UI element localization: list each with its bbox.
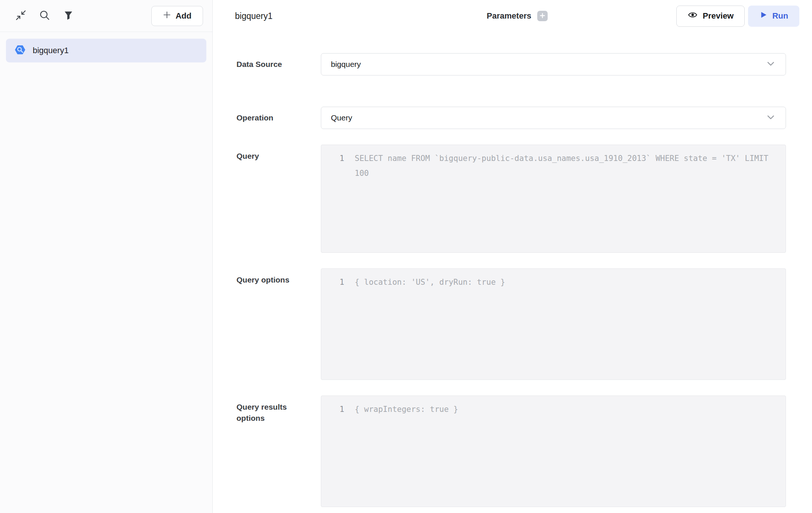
query-options-label: Query options <box>236 268 303 380</box>
parameters-label: Parameters <box>487 11 531 21</box>
data-source-row: Data Source bigquery <box>236 53 786 75</box>
query-code-editor[interactable]: 1 SELECT name FROM `bigquery-public-data… <box>321 145 786 253</box>
play-icon <box>759 11 767 21</box>
query-options-row: Query options 1 { location: 'US', dryRun… <box>236 268 786 380</box>
query-sidebar: Add bigquery1 <box>0 0 213 513</box>
code-line: 1 { location: 'US', dryRun: true } <box>330 275 777 290</box>
query-label: Query <box>236 145 303 253</box>
filter-icon <box>63 10 74 22</box>
sidebar-toolbar: Add <box>0 0 212 32</box>
chevron-down-icon <box>766 112 776 124</box>
data-source-select[interactable]: bigquery <box>321 53 786 75</box>
code-line: 1 { wrapIntegers: true } <box>330 402 777 417</box>
collapse-icon <box>15 10 26 22</box>
search-icon <box>39 10 50 22</box>
plus-icon <box>163 11 171 21</box>
query-row: Query 1 SELECT name FROM `bigquery-publi… <box>236 145 786 253</box>
page-title: bigquery1 <box>235 11 273 21</box>
collapse-sidebar-button[interactable] <box>13 8 29 24</box>
line-number: 1 <box>330 402 344 417</box>
operation-label: Operation <box>236 112 303 123</box>
app-window: Add bigquery1 bigquery1 P <box>0 0 812 513</box>
filter-button[interactable] <box>60 8 77 24</box>
query-results-options-row: Query results options 1 { wrapIntegers: … <box>236 396 786 507</box>
plus-icon <box>539 13 545 20</box>
query-form: Data Source bigquery Operation Query <box>213 32 812 513</box>
line-number: 1 <box>330 151 344 166</box>
add-button-label: Add <box>175 11 191 21</box>
query-list: bigquery1 <box>0 32 212 69</box>
eye-icon <box>687 10 698 22</box>
code-line: 1 SELECT name FROM `bigquery-public-data… <box>330 151 777 181</box>
query-results-options-editor[interactable]: 1 { wrapIntegers: true } <box>321 396 786 507</box>
data-source-value: bigquery <box>331 60 766 69</box>
preview-button[interactable]: Preview <box>676 6 745 27</box>
add-query-button[interactable]: Add <box>151 6 203 26</box>
query-editor-panel: bigquery1 Parameters <box>213 0 812 513</box>
line-number: 1 <box>330 275 344 290</box>
run-button[interactable]: Run <box>748 6 799 27</box>
query-item-label: bigquery1 <box>33 46 69 55</box>
query-placeholder: SELECT name FROM `bigquery-public-data.u… <box>355 151 777 181</box>
query-options-placeholder: { location: 'US', dryRun: true } <box>355 275 505 290</box>
search-button[interactable] <box>36 8 53 24</box>
chevron-down-icon <box>766 58 776 70</box>
bigquery-icon <box>14 44 26 57</box>
query-results-options-placeholder: { wrapIntegers: true } <box>355 402 458 417</box>
add-parameter-button[interactable] <box>537 11 548 21</box>
operation-select[interactable]: Query <box>321 107 786 129</box>
query-options-editor[interactable]: 1 { location: 'US', dryRun: true } <box>321 268 786 380</box>
operation-value: Query <box>331 113 766 122</box>
query-editor-header: bigquery1 Parameters <box>213 0 812 32</box>
query-list-item-bigquery1[interactable]: bigquery1 <box>6 39 206 62</box>
run-button-label: Run <box>772 11 788 21</box>
operation-row: Operation Query <box>236 107 786 129</box>
data-source-label: Data Source <box>236 59 303 70</box>
query-results-options-label: Query results options <box>236 396 303 507</box>
preview-button-label: Preview <box>703 11 734 21</box>
